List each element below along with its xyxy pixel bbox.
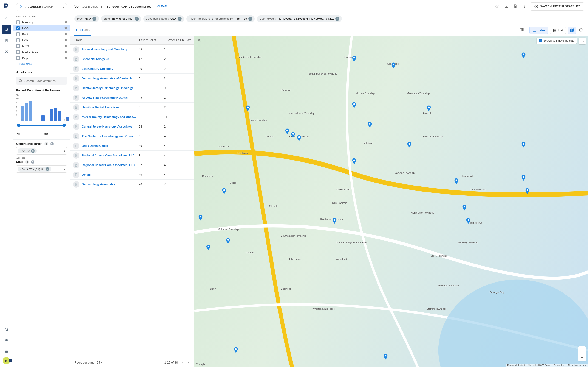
chip-remove-icon[interactable]: × (46, 167, 49, 171)
kbd-shortcuts[interactable]: Keyboard shortcuts (507, 364, 526, 366)
map-close-icon[interactable]: ✕ (197, 38, 201, 43)
saved-searches-button[interactable]: SAVED & RECENT SEARCHES (531, 2, 584, 10)
zoom-out-icon[interactable]: − (578, 354, 586, 361)
dropdown-caret-icon[interactable]: ▾ (64, 149, 65, 153)
nav-document-icon[interactable] (2, 36, 11, 45)
map-pin-icon[interactable] (521, 52, 526, 58)
map-pin-icon[interactable] (352, 56, 356, 62)
info-icon[interactable] (578, 27, 584, 33)
map-pin-icon[interactable] (352, 158, 356, 164)
nav-add-icon[interactable] (2, 47, 11, 56)
map-pin-icon[interactable] (407, 142, 412, 148)
profile-link[interactable]: Hamilton Dental Associates (82, 106, 137, 109)
nav-global-search-icon[interactable] (2, 325, 11, 334)
rpp-select[interactable]: 25▾ (97, 361, 103, 364)
search-as-move-toggle[interactable]: ✓ Search as I move the map (536, 38, 577, 44)
user-avatar[interactable]: M› (3, 357, 10, 364)
map-share-icon[interactable] (579, 38, 586, 44)
page-next-icon[interactable]: › (187, 360, 190, 365)
map-pin-icon[interactable] (332, 218, 337, 224)
entity-type-meeting[interactable]: Meeting 0 (13, 19, 70, 25)
nav-apps-icon[interactable] (2, 347, 11, 356)
zoom-in-icon[interactable]: + (578, 346, 586, 354)
profile-link[interactable]: Brick Dental Center (82, 144, 137, 148)
map-pin-icon[interactable] (226, 238, 230, 244)
profile-link[interactable]: The Center for Hematology and Oncology (82, 135, 137, 138)
entity-type-payer[interactable]: Payer 0 (13, 55, 70, 61)
col-profile[interactable]: Profile (70, 36, 137, 44)
prp-min-input[interactable]: 85 (16, 131, 39, 137)
terms-link[interactable]: Terms of Use (553, 364, 566, 366)
download-icon[interactable] (503, 3, 509, 10)
page-prev-icon[interactable]: ‹ (181, 360, 184, 365)
map-pin-icon[interactable] (525, 188, 530, 194)
nav-notifications-icon[interactable] (2, 336, 11, 345)
entity-type-bob[interactable]: BoB 0 (13, 31, 70, 37)
map-pin-icon[interactable] (285, 128, 289, 134)
profile-link[interactable]: Central Jersey Neurology Associates (82, 125, 137, 128)
profile-link[interactable]: Shore Neurology PA (82, 58, 137, 61)
map-pin-icon[interactable] (246, 105, 250, 111)
chip-remove-icon[interactable]: × (248, 17, 252, 21)
clear-button[interactable]: CLEAR (157, 5, 167, 8)
state-select[interactable]: New Jersey (NJ) 30 × ▾ (16, 165, 67, 173)
map-pin-icon[interactable] (367, 122, 372, 128)
map-pin-icon[interactable] (426, 105, 431, 111)
map-pin-icon[interactable] (291, 132, 295, 138)
map-pin-icon[interactable] (206, 244, 211, 250)
app-logo[interactable] (3, 3, 10, 9)
chip-remove-icon[interactable]: × (178, 17, 182, 21)
entity-type-market-area[interactable]: Market Area 0 (13, 49, 70, 55)
cloud-download-icon[interactable] (494, 3, 500, 10)
slider-thumb-min[interactable] (17, 124, 20, 127)
col-patient-count[interactable]: Patient Count (137, 36, 162, 44)
profile-link[interactable]: Dermatology Associates (82, 183, 137, 186)
profile-link[interactable]: 21st Century Oncology (82, 67, 137, 70)
attribute-search-input[interactable]: Search & add attributes (16, 77, 67, 85)
map-pin-icon[interactable] (297, 135, 301, 141)
chip-remove-icon[interactable]: × (335, 17, 339, 21)
nav-dashboard-icon[interactable] (2, 14, 11, 23)
prp-range-slider[interactable] (16, 123, 67, 128)
tab-hco[interactable]: HCO (30) (74, 25, 91, 35)
map-pin-icon[interactable] (454, 178, 459, 184)
chip-remove-icon[interactable]: × (135, 17, 139, 21)
map-pin-icon[interactable] (352, 102, 356, 108)
columns-icon[interactable] (519, 27, 525, 33)
prp-max-input[interactable]: 99 (44, 131, 67, 137)
save-icon[interactable] (512, 3, 519, 10)
map-pin-icon[interactable] (466, 218, 471, 224)
dropdown-caret-icon[interactable]: ▾ (64, 167, 65, 171)
map-pin-icon[interactable] (383, 354, 388, 360)
map-pin-icon[interactable] (521, 142, 526, 148)
map-pin-icon[interactable] (198, 215, 203, 221)
profile-link[interactable]: Regional Cancer Care Associates, LLC (82, 164, 137, 167)
report-error[interactable]: Report a map error (568, 364, 587, 366)
profile-link[interactable]: Shore Hematology and Oncology (82, 48, 137, 51)
map-pin-icon[interactable] (233, 347, 238, 353)
advanced-search-button[interactable]: ADVANCED SEARCH › (16, 3, 67, 11)
profile-link[interactable]: Regional Cancer Care Associates, LLC (82, 154, 137, 157)
map-pin-icon[interactable] (521, 175, 526, 181)
slider-thumb-max[interactable] (63, 124, 66, 127)
more-icon[interactable] (522, 3, 527, 10)
col-screen-failure[interactable]: ↑Screen Failure Rate (162, 36, 194, 44)
view-list-button[interactable]: List (550, 27, 566, 34)
profile-link[interactable]: Umdnj (82, 173, 137, 176)
profile-link[interactable]: Dermatology Associates of Central New Je… (82, 77, 137, 80)
entity-type-hcp[interactable]: HCP 0 (13, 37, 70, 43)
entity-type-hco[interactable]: HCO 30 (13, 25, 70, 31)
chip-remove-icon[interactable]: × (31, 149, 35, 153)
map-panel[interactable]: ✕ ✓ Search as I move the map East Amwell… (194, 36, 588, 367)
geo-target-clear-icon[interactable]: × (50, 142, 53, 145)
view-map-button[interactable] (568, 27, 576, 34)
state-clear-icon[interactable]: × (31, 160, 35, 164)
geo-target-select[interactable]: USA 30 × ▾ (16, 147, 67, 155)
map-pin-icon[interactable] (391, 62, 396, 68)
chip-remove-icon[interactable]: × (92, 17, 96, 21)
view-more-link[interactable]: ▾View more (13, 61, 70, 67)
map-pin-icon[interactable] (222, 188, 226, 194)
profile-link[interactable]: Central Jersey Hematology Oncology Assoc… (82, 86, 137, 90)
profile-link[interactable]: Mercer County Hematology and Oncology,PC (82, 115, 137, 119)
map-pin-icon[interactable] (462, 205, 467, 211)
